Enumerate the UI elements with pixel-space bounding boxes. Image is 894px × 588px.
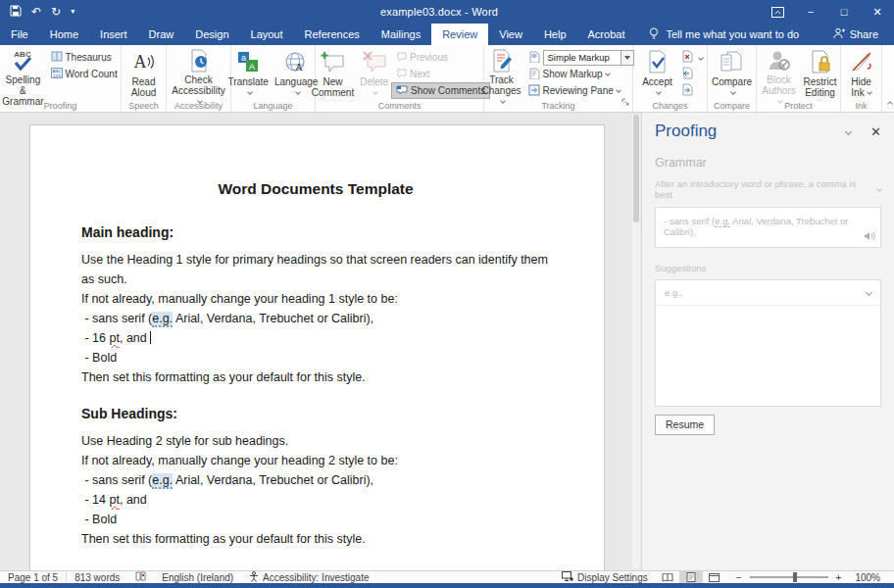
maximize-button[interactable]: □ xyxy=(827,0,861,24)
tab-view[interactable]: View xyxy=(488,24,533,45)
word-count-button[interactable]: ABC123 Word Count xyxy=(47,66,122,82)
zoom-slider-thumb[interactable] xyxy=(793,572,797,582)
reject-change-dropdown-icon[interactable] xyxy=(698,55,704,61)
check-accessibility-button[interactable]: Check Accessibility xyxy=(169,47,229,100)
restrict-editing-button[interactable]: Restrict Editing xyxy=(801,47,840,100)
show-comments-button[interactable]: Show Comments xyxy=(391,82,490,99)
share-button[interactable]: Share xyxy=(833,24,894,45)
translate-button[interactable]: aA Translate xyxy=(225,47,272,100)
suggestion-dropdown-icon[interactable] xyxy=(866,289,872,296)
status-bar: Page 1 of 5 813 words English (Ireland) … xyxy=(0,570,894,583)
markup-combobox-arrow-icon[interactable] xyxy=(621,50,634,66)
redo-icon[interactable]: ↻ xyxy=(51,6,61,18)
markup-combobox-row: Simple Markup xyxy=(524,49,638,66)
reject-change-button[interactable] xyxy=(679,49,705,66)
save-icon[interactable] xyxy=(10,5,22,19)
suggestions-empty-area xyxy=(656,306,880,406)
display-settings-button[interactable]: Display Settings xyxy=(554,571,656,583)
tab-layout[interactable]: Layout xyxy=(240,24,294,45)
group-label-changes: Changes xyxy=(633,100,707,113)
close-button[interactable]: ✕ xyxy=(861,0,894,24)
track-changes-button[interactable]: Track Changes xyxy=(479,47,524,100)
web-layout-button[interactable] xyxy=(703,571,726,583)
accept-button[interactable]: Accept xyxy=(636,47,679,100)
tell-me-box[interactable]: Tell me what you want to do xyxy=(635,24,813,45)
minimize-button[interactable]: − xyxy=(794,0,827,24)
previous-comment-button: Previous xyxy=(391,49,490,66)
ribbon-group-compare: Compare Compare xyxy=(708,45,757,112)
ribbon: ABC Spelling & Grammar Thesaurus ABC123 xyxy=(0,45,894,113)
zoom-level[interactable]: 100% xyxy=(847,571,894,583)
thesaurus-button[interactable]: Thesaurus xyxy=(47,49,122,66)
tab-design[interactable]: Design xyxy=(184,24,239,45)
tab-home[interactable]: Home xyxy=(39,24,89,45)
share-label: Share xyxy=(850,28,878,40)
show-markup-button[interactable]: Show Markup xyxy=(524,66,638,82)
suggestion-item[interactable]: e.g., xyxy=(656,280,880,306)
translate-icon: aA xyxy=(236,49,260,74)
word-window: ↶ ↻ ▾ example03.docx - Word − □ ✕ File H… xyxy=(0,0,894,588)
undo-icon[interactable]: ↶ xyxy=(31,6,41,18)
next-change-button[interactable] xyxy=(679,82,705,99)
paragraph: Use the Heading 1 style for primary head… xyxy=(81,250,550,289)
spelling-error[interactable]: pt xyxy=(110,331,120,345)
proofing-status[interactable] xyxy=(127,571,154,583)
sentence-preview-box: - sans serif (e.g. Arial, Verdana, Trebu… xyxy=(655,207,881,248)
pane-menu-icon[interactable] xyxy=(845,127,852,134)
tab-acrobat[interactable]: Acrobat xyxy=(577,24,636,45)
bullet-line: - sans serif (e.g. Arial, Verdana, Trebu… xyxy=(81,470,550,490)
markup-combobox[interactable]: Simple Markup xyxy=(543,50,634,66)
collapse-ribbon-icon xyxy=(887,101,893,107)
resume-button[interactable]: Resume xyxy=(655,415,715,435)
hide-ink-button[interactable]: Hide Ink xyxy=(841,47,881,100)
proofing-pane: Proofing ✕ Grammar After an introductory… xyxy=(641,113,894,570)
spelling-grammar-button[interactable]: ABC Spelling & Grammar xyxy=(0,47,47,100)
new-comment-button[interactable]: New Comment xyxy=(309,47,357,100)
ribbon-group-tracking: Track Changes Simple Markup xyxy=(484,45,633,112)
markup-combobox-value[interactable]: Simple Markup xyxy=(543,50,621,66)
document-page[interactable]: Word Documents Template Main heading: Us… xyxy=(29,124,605,570)
read-aloud-button[interactable]: A Read Aloud xyxy=(122,47,166,100)
tracking-dialog-launcher-icon[interactable] xyxy=(621,93,630,111)
display-settings-label: Display Settings xyxy=(577,572,648,583)
compare-button[interactable]: Compare xyxy=(709,47,755,100)
tab-file[interactable]: File xyxy=(0,24,39,45)
block-authors-button: Block Authors xyxy=(758,47,801,100)
block-authors-icon xyxy=(768,49,791,73)
tab-review[interactable]: Review xyxy=(431,24,488,45)
accept-label: Accept xyxy=(642,76,672,98)
read-aloud-label: Read Aloud xyxy=(124,76,163,98)
pane-close-icon[interactable]: ✕ xyxy=(870,124,881,139)
zoom-in-button[interactable]: + xyxy=(834,571,848,583)
read-mode-button[interactable] xyxy=(656,571,679,583)
bullet-line: - Bold xyxy=(81,510,550,529)
tab-insert[interactable]: Insert xyxy=(89,24,138,45)
tab-references[interactable]: References xyxy=(294,24,371,45)
tab-mailings[interactable]: Mailings xyxy=(371,24,431,45)
document-scrollbar[interactable] xyxy=(632,115,640,568)
tab-draw[interactable]: Draw xyxy=(138,24,185,45)
grammar-issue-highlight[interactable]: e.g. xyxy=(152,312,173,327)
zoom-slider[interactable] xyxy=(750,576,828,578)
word-count-indicator[interactable]: 813 words xyxy=(67,571,127,583)
language-indicator[interactable]: English (Ireland) xyxy=(154,571,241,583)
pane-section-label: Grammar xyxy=(655,156,881,170)
paragraph: If not already, manually change your hea… xyxy=(81,451,550,470)
accessibility-status[interactable]: Accessibility: Investigate xyxy=(241,571,376,583)
grammar-issue-highlight[interactable]: e.g. xyxy=(152,473,173,489)
scrollbar-thumb[interactable] xyxy=(633,115,639,222)
ribbon-display-options-icon[interactable] xyxy=(761,0,794,24)
page-indicator[interactable]: Page 1 of 5 xyxy=(0,571,66,583)
print-layout-button[interactable] xyxy=(679,571,703,583)
restrict-editing-label: Restrict Editing xyxy=(804,76,837,98)
spelling-error[interactable]: pt xyxy=(110,493,120,507)
grammar-description-row[interactable]: After an introductory word or phrase, a … xyxy=(655,178,881,200)
grammar-description: After an introductory word or phrase, a … xyxy=(655,178,874,200)
zoom-out-button[interactable]: − xyxy=(726,571,744,583)
speaker-icon[interactable] xyxy=(864,231,875,243)
customize-qat-icon[interactable]: ▾ xyxy=(71,6,74,18)
previous-change-button[interactable] xyxy=(679,66,705,82)
tab-help[interactable]: Help xyxy=(533,24,577,45)
collapse-ribbon-button[interactable] xyxy=(882,45,894,112)
description-collapse-icon[interactable] xyxy=(876,186,882,192)
